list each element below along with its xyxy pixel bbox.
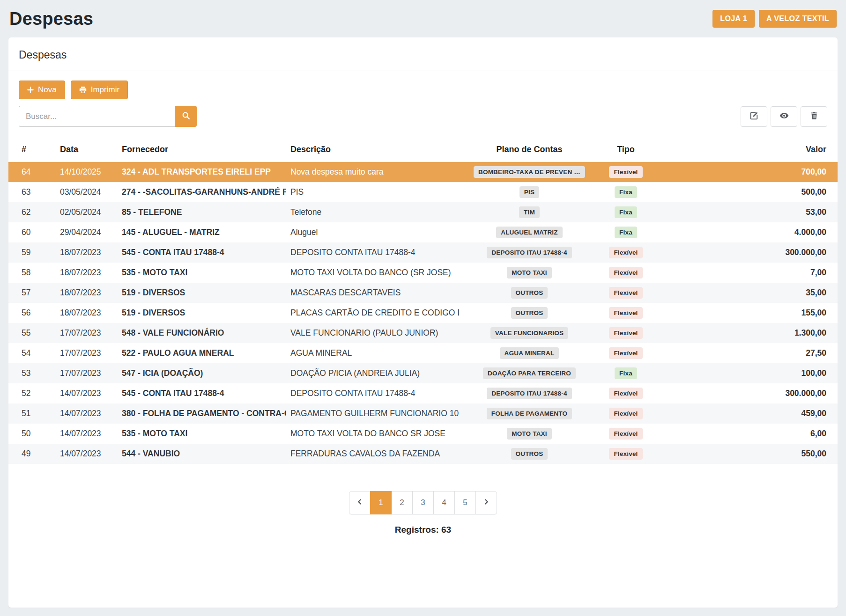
search-button[interactable] <box>175 106 197 127</box>
delete-button[interactable] <box>801 106 827 127</box>
row-description: MOTO TAXI VOLTA DO BANCO (SR JOSE) <box>286 263 459 283</box>
table-header-row: # Data Fornecedor Descrição Plano de Con… <box>8 139 838 162</box>
row-number: 60 <box>8 222 55 242</box>
table-row[interactable]: 6029/04/2024145 - ALUGUEL - MATRIZAlugue… <box>8 222 838 242</box>
row-value: 459,00 <box>652 403 838 424</box>
plan-badge: DEPOSITO ITAU 17488-4 <box>487 388 571 399</box>
edit-button[interactable] <box>741 106 767 127</box>
row-value: 4.000,00 <box>652 222 838 242</box>
row-value: 27,50 <box>652 343 838 363</box>
expenses-panel: Despesas Nova Imprimir <box>8 37 838 608</box>
eye-icon <box>779 111 789 122</box>
page-button-1[interactable]: 1 <box>370 491 392 514</box>
row-plan-cell: OUTROS <box>459 283 600 303</box>
row-date: 14/07/2023 <box>55 444 117 464</box>
plan-badge: AGUA MINERAL <box>500 347 559 359</box>
row-number: 55 <box>8 323 55 343</box>
row-description: Nova despesa muito cara <box>286 162 459 182</box>
table-row[interactable]: 5114/07/2023380 - FOLHA DE PAGAMENTO - C… <box>8 403 838 424</box>
row-value: 550,00 <box>652 444 838 464</box>
store-button[interactable]: LOJA 1 <box>712 10 755 28</box>
table-row[interactable]: 5014/07/2023535 - MOTO TAXIMOTO TAXI VOL… <box>8 424 838 444</box>
type-badge: Flexível <box>609 388 642 399</box>
expenses-table: # Data Fornecedor Descrição Plano de Con… <box>8 139 838 464</box>
search-group <box>19 106 197 127</box>
panel-body: Nova Imprimir <box>8 71 838 608</box>
prev-page-button[interactable] <box>349 491 371 514</box>
row-type-cell: Flexível <box>600 403 652 424</box>
row-value: 500,00 <box>652 182 838 202</box>
row-number: 50 <box>8 424 55 444</box>
type-badge: Flexível <box>609 428 642 440</box>
row-plan-cell: PIS <box>459 182 600 202</box>
page-button-2[interactable]: 2 <box>391 491 413 514</box>
imprimir-button[interactable]: Imprimir <box>71 81 128 99</box>
table-row[interactable]: 5317/07/2023547 - ICIA (DOAÇÃO)DOAÇÃO P/… <box>8 363 838 383</box>
row-supplier: 535 - MOTO TAXI <box>117 424 286 444</box>
row-number: 57 <box>8 283 55 303</box>
column-header-type: Tipo <box>600 139 652 162</box>
row-type-cell: Fixa <box>600 363 652 383</box>
table-row[interactable]: 5718/07/2023519 - DIVERSOSMASCARAS DESCA… <box>8 283 838 303</box>
next-page-button[interactable] <box>475 491 497 514</box>
column-header-description: Descrição <box>286 139 459 162</box>
row-value: 300.000,00 <box>652 383 838 403</box>
plan-badge: OUTROS <box>511 448 548 460</box>
table-row[interactable]: 6202/05/202485 - TELEFONETelefoneTIMFixa… <box>8 202 838 222</box>
row-supplier: 519 - DIVERSOS <box>117 303 286 323</box>
row-description: Telefone <box>286 202 459 222</box>
row-plan-cell: FOLHA DE PAGAMENTO <box>459 403 600 424</box>
edit-icon <box>750 111 758 122</box>
row-description: AGUA MINERAL <box>286 343 459 363</box>
row-supplier: 522 - PAULO AGUA MNERAL <box>117 343 286 363</box>
row-type-cell: Flexível <box>600 303 652 323</box>
company-button[interactable]: A VELOZ TEXTIL <box>759 10 837 28</box>
table-row[interactable]: 6414/10/2025324 - ADL TRANSPORTES EIRELI… <box>8 162 838 182</box>
nova-button[interactable]: Nova <box>19 81 65 99</box>
row-date: 18/07/2023 <box>55 263 117 283</box>
row-value: 35,00 <box>652 283 838 303</box>
column-header-supplier: Fornecedor <box>117 139 286 162</box>
column-header-plan: Plano de Contas <box>459 139 600 162</box>
row-description: FERRADURAS CAVALOS DA FAZENDA <box>286 444 459 464</box>
chevron-right-icon <box>483 498 490 507</box>
row-plan-cell: DEPOSITO ITAU 17488-4 <box>459 242 600 263</box>
row-number: 53 <box>8 363 55 383</box>
row-type-cell: Flexível <box>600 263 652 283</box>
type-badge: Flexível <box>609 267 642 279</box>
table-row[interactable]: 5618/07/2023519 - DIVERSOSPLACAS CARTÃO … <box>8 303 838 323</box>
row-type-cell: Flexível <box>600 444 652 464</box>
page-button-5[interactable]: 5 <box>454 491 476 514</box>
search-row <box>19 106 827 127</box>
plan-badge: TIM <box>519 206 540 218</box>
table-row[interactable]: 4914/07/2023544 - VANUBIOFERRADURAS CAVA… <box>8 444 838 464</box>
pagination-wrap: 12345 <box>19 491 827 514</box>
row-date: 14/07/2023 <box>55 383 117 403</box>
view-button[interactable] <box>771 106 797 127</box>
search-input[interactable] <box>19 106 175 127</box>
row-action-buttons <box>741 106 827 127</box>
table-row[interactable]: 5214/07/2023545 - CONTA ITAU 17488-4DEPO… <box>8 383 838 403</box>
imprimir-button-label: Imprimir <box>91 85 119 95</box>
column-header-value: Valor <box>652 139 838 162</box>
type-badge: Fixa <box>615 206 637 218</box>
row-date: 18/07/2023 <box>55 283 117 303</box>
table-row[interactable]: 5517/07/2023548 - VALE FUNCIONÁRIOVALE F… <box>8 323 838 343</box>
topbar: Despesas LOJA 1 A VELOZ TEXTIL <box>0 0 846 37</box>
row-type-cell: Flexível <box>600 242 652 263</box>
table-row[interactable]: 5918/07/2023545 - CONTA ITAU 17488-4DEPO… <box>8 242 838 263</box>
row-supplier: 548 - VALE FUNCIONÁRIO <box>117 323 286 343</box>
plan-badge: DOAÇÃO PARA TERCEIRO <box>483 367 576 379</box>
page-button-3[interactable]: 3 <box>412 491 434 514</box>
chevron-left-icon <box>356 498 363 507</box>
row-number: 54 <box>8 343 55 363</box>
type-badge: Flexível <box>609 448 642 460</box>
table-row[interactable]: 6303/05/2024274 - -SACOLITAS-GARANHUNS-A… <box>8 182 838 202</box>
pagination: 12345 <box>349 491 497 514</box>
row-plan-cell: ALUGUEL MATRIZ <box>459 222 600 242</box>
row-type-cell: Flexível <box>600 343 652 363</box>
table-row[interactable]: 5417/07/2023522 - PAULO AGUA MNERALAGUA … <box>8 343 838 363</box>
page-button-4[interactable]: 4 <box>433 491 455 514</box>
row-supplier: 547 - ICIA (DOAÇÃO) <box>117 363 286 383</box>
table-row[interactable]: 5818/07/2023535 - MOTO TAXIMOTO TAXI VOL… <box>8 263 838 283</box>
